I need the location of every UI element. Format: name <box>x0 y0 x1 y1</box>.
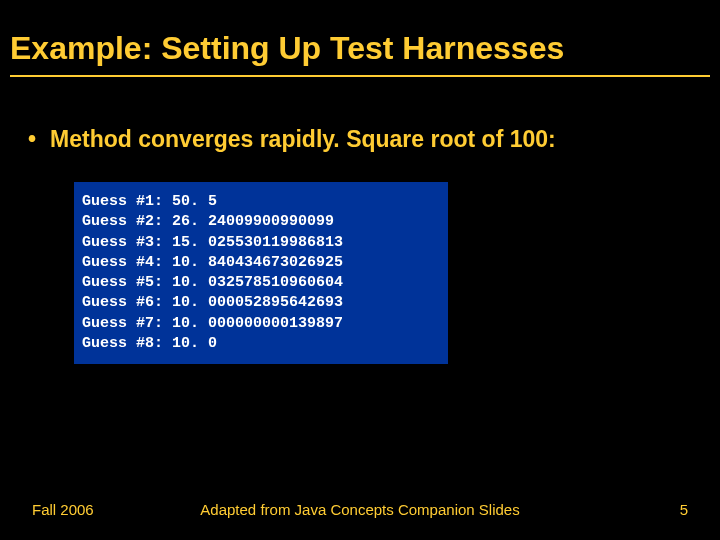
bullet-dot-icon: • <box>28 126 36 154</box>
code-output-box: Guess #1: 50. 5 Guess #2: 26. 2400990099… <box>72 180 450 366</box>
bullet-text: Method converges rapidly. Square root of… <box>50 126 556 153</box>
bullet-item: • Method converges rapidly. Square root … <box>28 126 700 154</box>
slide-number: 5 <box>680 501 688 518</box>
slide: Example: Setting Up Test Harnesses • Met… <box>0 0 720 540</box>
slide-title: Example: Setting Up Test Harnesses <box>10 30 710 77</box>
footer-center: Adapted from Java Concepts Companion Sli… <box>0 501 720 518</box>
